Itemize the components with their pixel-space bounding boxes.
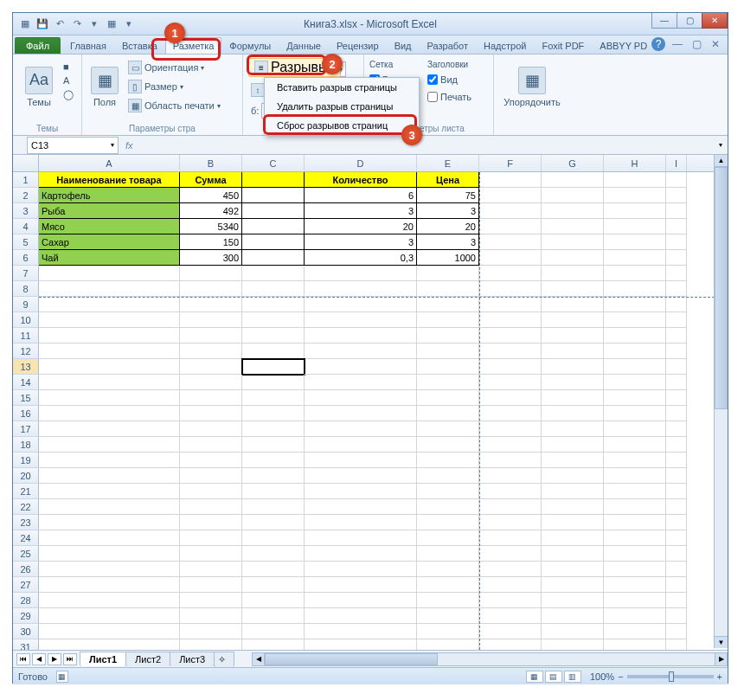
cell[interactable] [542, 250, 604, 266]
cell[interactable] [39, 437, 180, 453]
cell[interactable] [417, 390, 479, 406]
normal-view-icon[interactable]: ▦ [526, 671, 543, 683]
cell[interactable] [242, 281, 305, 297]
cell[interactable] [666, 344, 687, 359]
cell[interactable] [417, 530, 479, 546]
cell[interactable] [305, 468, 417, 484]
cell[interactable] [39, 484, 180, 499]
tab-formulas[interactable]: Формулы [221, 37, 279, 54]
remove-break-item[interactable]: Удалить разрыв страницы [265, 97, 419, 116]
cell[interactable] [242, 546, 305, 562]
row-header[interactable]: 3 [13, 203, 39, 219]
cell[interactable] [479, 437, 542, 453]
cell[interactable] [666, 406, 687, 421]
cell[interactable] [180, 593, 242, 608]
row-header[interactable]: 4 [13, 219, 39, 234]
sheet-tab-3[interactable]: Лист3 [170, 652, 215, 666]
cell[interactable] [242, 172, 305, 188]
cell[interactable] [666, 203, 687, 219]
cell[interactable] [39, 406, 180, 421]
row-header[interactable]: 2 [13, 188, 39, 203]
cell[interactable] [39, 639, 180, 650]
cell[interactable] [604, 468, 666, 484]
cell[interactable]: 150 [180, 234, 242, 250]
cell[interactable] [305, 375, 417, 390]
cell[interactable] [666, 312, 687, 328]
cell[interactable] [542, 375, 604, 390]
cell[interactable] [542, 219, 604, 234]
cell[interactable] [479, 421, 542, 437]
cell[interactable] [604, 515, 666, 530]
col-header-D[interactable]: D [305, 155, 417, 171]
cell[interactable] [666, 546, 687, 562]
cell[interactable] [39, 499, 180, 515]
cell[interactable] [542, 188, 604, 203]
fonts-icon[interactable]: A [63, 75, 75, 87]
cell[interactable] [305, 390, 417, 406]
cell[interactable] [604, 297, 666, 312]
cell[interactable] [604, 421, 666, 437]
cell[interactable] [39, 375, 180, 390]
new-sheet-button[interactable]: ✧ [214, 652, 234, 667]
zoom-out-icon[interactable]: − [618, 671, 623, 682]
cell[interactable] [417, 624, 479, 639]
cell[interactable]: Рыба [39, 203, 180, 219]
cell[interactable] [305, 624, 417, 639]
cell[interactable] [666, 437, 687, 453]
cell[interactable] [666, 390, 687, 406]
close-button[interactable]: ✕ [702, 13, 728, 29]
cell[interactable] [604, 266, 666, 281]
select-all-corner[interactable] [13, 155, 39, 171]
cell[interactable]: Цена [417, 172, 479, 188]
row-header[interactable]: 18 [13, 437, 39, 453]
cell[interactable] [39, 546, 180, 562]
cell[interactable] [666, 468, 687, 484]
cell[interactable] [542, 546, 604, 562]
cell[interactable] [479, 530, 542, 546]
cell[interactable] [666, 608, 687, 624]
cell[interactable] [417, 515, 479, 530]
tab-review[interactable]: Рецензир [329, 37, 387, 54]
cell[interactable] [242, 562, 305, 577]
cell[interactable]: Мясо [39, 219, 180, 234]
cell[interactable] [604, 577, 666, 593]
cell[interactable] [305, 562, 417, 577]
cell[interactable] [479, 624, 542, 639]
qat-extra-icon[interactable]: ▦ [105, 17, 119, 31]
cell[interactable] [604, 453, 666, 468]
cell[interactable] [180, 437, 242, 453]
cell[interactable] [39, 577, 180, 593]
cell[interactable] [305, 344, 417, 359]
sheet-tab-2[interactable]: Лист2 [125, 652, 170, 666]
pagebreak-view-icon[interactable]: ▥ [564, 671, 581, 683]
cell[interactable] [479, 234, 542, 250]
tab-addins[interactable]: Надстрой [476, 37, 534, 54]
cell[interactable] [479, 219, 542, 234]
cell[interactable] [242, 608, 305, 624]
sheet-prev-icon[interactable]: ◀ [32, 653, 46, 665]
cell[interactable] [542, 406, 604, 421]
cell[interactable] [666, 297, 687, 312]
cell[interactable] [180, 624, 242, 639]
cell[interactable] [542, 390, 604, 406]
cell[interactable] [604, 562, 666, 577]
cell[interactable] [604, 530, 666, 546]
col-header-G[interactable]: G [542, 155, 604, 171]
cell[interactable] [417, 468, 479, 484]
scroll-up-icon[interactable]: ▲ [715, 155, 728, 167]
cell[interactable] [39, 344, 180, 359]
cell[interactable] [417, 577, 479, 593]
tab-view[interactable]: Вид [387, 37, 420, 54]
cell[interactable] [479, 266, 542, 281]
cell[interactable]: 3 [305, 234, 417, 250]
cell[interactable]: Картофель [39, 188, 180, 203]
cell[interactable] [417, 297, 479, 312]
cell[interactable] [305, 593, 417, 608]
tab-data[interactable]: Данные [279, 37, 329, 54]
col-header-B[interactable]: B [180, 155, 242, 171]
cell[interactable] [180, 608, 242, 624]
qat-more-icon[interactable]: ▾ [87, 17, 101, 31]
scroll-down-icon[interactable]: ▼ [715, 636, 728, 648]
cell[interactable] [305, 484, 417, 499]
sheet-tab-1[interactable]: Лист1 [80, 652, 126, 666]
